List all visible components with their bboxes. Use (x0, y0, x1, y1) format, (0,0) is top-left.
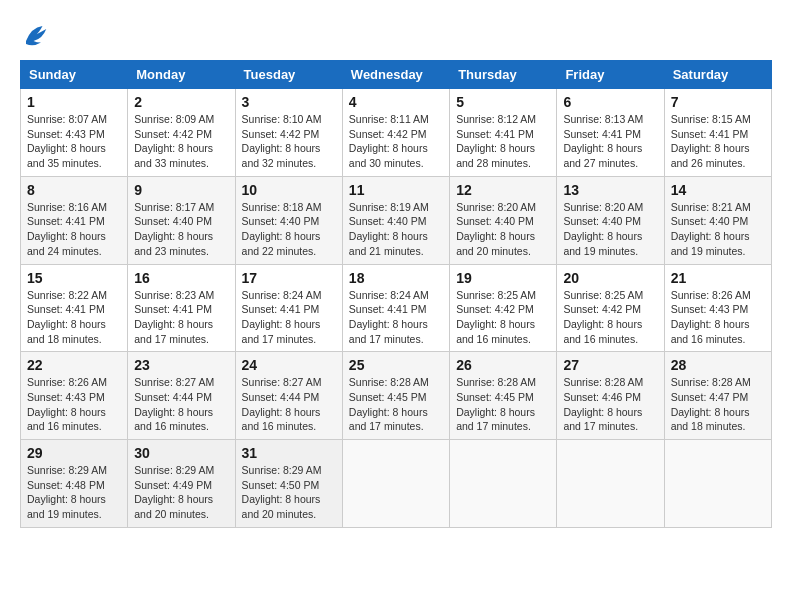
day-number: 16 (134, 270, 228, 286)
calendar-cell: 7 Sunrise: 8:15 AM Sunset: 4:41 PM Dayli… (664, 89, 771, 177)
day-info: Sunrise: 8:11 AM Sunset: 4:42 PM Dayligh… (349, 112, 443, 171)
day-info: Sunrise: 8:20 AM Sunset: 4:40 PM Dayligh… (456, 200, 550, 259)
day-info: Sunrise: 8:28 AM Sunset: 4:45 PM Dayligh… (349, 375, 443, 434)
day-number: 18 (349, 270, 443, 286)
weekday-header-sunday: Sunday (21, 61, 128, 89)
day-info: Sunrise: 8:16 AM Sunset: 4:41 PM Dayligh… (27, 200, 121, 259)
day-number: 28 (671, 357, 765, 373)
day-number: 5 (456, 94, 550, 110)
calendar-cell: 10 Sunrise: 8:18 AM Sunset: 4:40 PM Dayl… (235, 176, 342, 264)
day-info: Sunrise: 8:12 AM Sunset: 4:41 PM Dayligh… (456, 112, 550, 171)
day-number: 27 (563, 357, 657, 373)
day-info: Sunrise: 8:25 AM Sunset: 4:42 PM Dayligh… (456, 288, 550, 347)
calendar-row-week-2: 8 Sunrise: 8:16 AM Sunset: 4:41 PM Dayli… (21, 176, 772, 264)
day-number: 20 (563, 270, 657, 286)
calendar-cell: 15 Sunrise: 8:22 AM Sunset: 4:41 PM Dayl… (21, 264, 128, 352)
day-info: Sunrise: 8:21 AM Sunset: 4:40 PM Dayligh… (671, 200, 765, 259)
weekday-header-monday: Monday (128, 61, 235, 89)
logo-icon (20, 20, 50, 50)
day-number: 15 (27, 270, 121, 286)
calendar-cell: 4 Sunrise: 8:11 AM Sunset: 4:42 PM Dayli… (342, 89, 449, 177)
day-number: 4 (349, 94, 443, 110)
calendar-cell: 19 Sunrise: 8:25 AM Sunset: 4:42 PM Dayl… (450, 264, 557, 352)
calendar-cell: 20 Sunrise: 8:25 AM Sunset: 4:42 PM Dayl… (557, 264, 664, 352)
calendar-cell (342, 440, 449, 528)
day-info: Sunrise: 8:27 AM Sunset: 4:44 PM Dayligh… (134, 375, 228, 434)
day-info: Sunrise: 8:18 AM Sunset: 4:40 PM Dayligh… (242, 200, 336, 259)
day-info: Sunrise: 8:29 AM Sunset: 4:48 PM Dayligh… (27, 463, 121, 522)
day-number: 3 (242, 94, 336, 110)
calendar-cell: 30 Sunrise: 8:29 AM Sunset: 4:49 PM Dayl… (128, 440, 235, 528)
day-number: 29 (27, 445, 121, 461)
day-info: Sunrise: 8:13 AM Sunset: 4:41 PM Dayligh… (563, 112, 657, 171)
weekday-header-saturday: Saturday (664, 61, 771, 89)
day-number: 23 (134, 357, 228, 373)
day-number: 2 (134, 94, 228, 110)
calendar-cell: 31 Sunrise: 8:29 AM Sunset: 4:50 PM Dayl… (235, 440, 342, 528)
day-info: Sunrise: 8:24 AM Sunset: 4:41 PM Dayligh… (242, 288, 336, 347)
day-info: Sunrise: 8:07 AM Sunset: 4:43 PM Dayligh… (27, 112, 121, 171)
day-info: Sunrise: 8:29 AM Sunset: 4:50 PM Dayligh… (242, 463, 336, 522)
day-number: 13 (563, 182, 657, 198)
day-info: Sunrise: 8:24 AM Sunset: 4:41 PM Dayligh… (349, 288, 443, 347)
day-info: Sunrise: 8:26 AM Sunset: 4:43 PM Dayligh… (27, 375, 121, 434)
day-number: 19 (456, 270, 550, 286)
day-number: 10 (242, 182, 336, 198)
calendar-cell: 16 Sunrise: 8:23 AM Sunset: 4:41 PM Dayl… (128, 264, 235, 352)
weekday-header-thursday: Thursday (450, 61, 557, 89)
day-number: 12 (456, 182, 550, 198)
day-number: 6 (563, 94, 657, 110)
day-number: 31 (242, 445, 336, 461)
calendar-cell: 6 Sunrise: 8:13 AM Sunset: 4:41 PM Dayli… (557, 89, 664, 177)
calendar-cell (664, 440, 771, 528)
day-number: 25 (349, 357, 443, 373)
calendar-cell: 2 Sunrise: 8:09 AM Sunset: 4:42 PM Dayli… (128, 89, 235, 177)
logo (20, 20, 54, 50)
day-number: 17 (242, 270, 336, 286)
day-info: Sunrise: 8:23 AM Sunset: 4:41 PM Dayligh… (134, 288, 228, 347)
day-number: 21 (671, 270, 765, 286)
calendar-row-week-5: 29 Sunrise: 8:29 AM Sunset: 4:48 PM Dayl… (21, 440, 772, 528)
day-info: Sunrise: 8:25 AM Sunset: 4:42 PM Dayligh… (563, 288, 657, 347)
day-info: Sunrise: 8:29 AM Sunset: 4:49 PM Dayligh… (134, 463, 228, 522)
calendar-table: SundayMondayTuesdayWednesdayThursdayFrid… (20, 60, 772, 528)
calendar-cell: 12 Sunrise: 8:20 AM Sunset: 4:40 PM Dayl… (450, 176, 557, 264)
day-info: Sunrise: 8:09 AM Sunset: 4:42 PM Dayligh… (134, 112, 228, 171)
weekday-header-wednesday: Wednesday (342, 61, 449, 89)
calendar-cell: 8 Sunrise: 8:16 AM Sunset: 4:41 PM Dayli… (21, 176, 128, 264)
day-number: 22 (27, 357, 121, 373)
calendar-cell: 27 Sunrise: 8:28 AM Sunset: 4:46 PM Dayl… (557, 352, 664, 440)
calendar-cell: 25 Sunrise: 8:28 AM Sunset: 4:45 PM Dayl… (342, 352, 449, 440)
calendar-cell: 18 Sunrise: 8:24 AM Sunset: 4:41 PM Dayl… (342, 264, 449, 352)
day-number: 24 (242, 357, 336, 373)
day-number: 9 (134, 182, 228, 198)
calendar-cell: 21 Sunrise: 8:26 AM Sunset: 4:43 PM Dayl… (664, 264, 771, 352)
calendar-cell: 26 Sunrise: 8:28 AM Sunset: 4:45 PM Dayl… (450, 352, 557, 440)
day-number: 1 (27, 94, 121, 110)
day-number: 7 (671, 94, 765, 110)
calendar-row-week-4: 22 Sunrise: 8:26 AM Sunset: 4:43 PM Dayl… (21, 352, 772, 440)
day-number: 14 (671, 182, 765, 198)
day-number: 8 (27, 182, 121, 198)
weekday-header-tuesday: Tuesday (235, 61, 342, 89)
calendar-cell: 23 Sunrise: 8:27 AM Sunset: 4:44 PM Dayl… (128, 352, 235, 440)
day-info: Sunrise: 8:22 AM Sunset: 4:41 PM Dayligh… (27, 288, 121, 347)
day-info: Sunrise: 8:10 AM Sunset: 4:42 PM Dayligh… (242, 112, 336, 171)
day-number: 26 (456, 357, 550, 373)
calendar-row-week-3: 15 Sunrise: 8:22 AM Sunset: 4:41 PM Dayl… (21, 264, 772, 352)
calendar-cell (450, 440, 557, 528)
day-info: Sunrise: 8:17 AM Sunset: 4:40 PM Dayligh… (134, 200, 228, 259)
day-number: 11 (349, 182, 443, 198)
page-header (20, 20, 772, 50)
calendar-header-row: SundayMondayTuesdayWednesdayThursdayFrid… (21, 61, 772, 89)
calendar-cell: 14 Sunrise: 8:21 AM Sunset: 4:40 PM Dayl… (664, 176, 771, 264)
day-number: 30 (134, 445, 228, 461)
calendar-cell: 5 Sunrise: 8:12 AM Sunset: 4:41 PM Dayli… (450, 89, 557, 177)
calendar-cell: 22 Sunrise: 8:26 AM Sunset: 4:43 PM Dayl… (21, 352, 128, 440)
day-info: Sunrise: 8:20 AM Sunset: 4:40 PM Dayligh… (563, 200, 657, 259)
day-info: Sunrise: 8:28 AM Sunset: 4:46 PM Dayligh… (563, 375, 657, 434)
calendar-cell: 28 Sunrise: 8:28 AM Sunset: 4:47 PM Dayl… (664, 352, 771, 440)
day-info: Sunrise: 8:28 AM Sunset: 4:45 PM Dayligh… (456, 375, 550, 434)
calendar-cell: 11 Sunrise: 8:19 AM Sunset: 4:40 PM Dayl… (342, 176, 449, 264)
calendar-cell: 13 Sunrise: 8:20 AM Sunset: 4:40 PM Dayl… (557, 176, 664, 264)
